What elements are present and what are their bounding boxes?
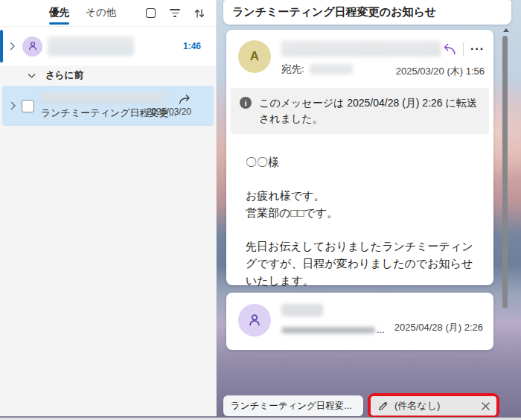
scrollbar-up-arrow-icon[interactable] [503, 28, 509, 32]
redacted-recipient [310, 64, 353, 74]
message-card: A 宛先: ··· 2025/03 [226, 30, 493, 285]
divider [463, 42, 464, 56]
message-time: 1:46 [183, 41, 201, 51]
selection-indicator [0, 30, 3, 63]
conversation-row-old[interactable]: ランチミーティング日程変更... 2025/03/20 [2, 86, 214, 126]
pencil-icon [377, 401, 389, 412]
sent-datetime: 2025/03/20 (木) 1:56 [396, 65, 485, 78]
draft-tab-lunch-meeting[interactable]: ランチミーティング日程変... [223, 395, 363, 416]
forwarded-info-banner: i このメッセージは 2025/04/28 (月) 2:26 に転送されました。 [231, 88, 489, 134]
expand-chevron-icon[interactable] [10, 101, 16, 110]
info-icon: i [240, 97, 252, 109]
forwarded-arrow-icon [179, 95, 191, 104]
sort-icon[interactable] [194, 7, 205, 19]
redacted-sender-name [281, 304, 323, 316]
more-options-icon[interactable]: ··· [470, 44, 485, 54]
draft-tab-label: ランチミーティング日程変... [231, 400, 352, 413]
sender-avatar-person-icon [238, 304, 271, 337]
reply-icon[interactable] [441, 43, 456, 55]
filter-icon[interactable] [169, 7, 181, 19]
forwarded-info-text: このメッセージは 2025/04/28 (月) 2:26 に転送されました。 [259, 95, 480, 127]
message-list-header: 優先 その他 [0, 0, 216, 27]
redacted-sender-name [281, 40, 441, 57]
preview-ellipsis: ... [377, 326, 385, 334]
body-paragraph: 先日お伝えしておりましたランチミーティングですが、日程が変わりましたのでお知らせ… [246, 238, 474, 289]
reading-pane-title-bar: ランチミーティング日程変更のお知らせ [223, 0, 511, 25]
tab-other[interactable]: その他 [86, 0, 116, 27]
outlook-window: 優先 その他 [0, 0, 521, 420]
close-icon[interactable] [482, 402, 490, 410]
to-label: 宛先: [281, 63, 304, 76]
scrollbar-thumb[interactable] [502, 36, 508, 308]
draft-tab-no-subject[interactable]: (件名なし) [371, 396, 496, 416]
subject-title: ランチミーティング日程変更のお知らせ [232, 5, 436, 19]
reading-pane: ランチミーティング日程変更のお知らせ A 宛先: [217, 0, 521, 420]
draft-tab-label: (件名なし) [394, 399, 476, 413]
annotation-red-highlight: (件名なし) [368, 393, 499, 419]
body-line: 営業部の□□です。 [246, 204, 474, 221]
redacted-sender-name [48, 36, 134, 56]
message-subject: ランチミーティング日程変更... [41, 106, 147, 120]
message-date: 2025/03/20 [147, 106, 191, 117]
expand-chevron-icon[interactable] [10, 42, 16, 51]
sender-avatar-initial: A [238, 40, 271, 73]
select-messages-icon[interactable] [144, 7, 156, 19]
sender-avatar-person-icon [22, 36, 42, 57]
message-body: 〇〇様 お疲れ様です。 営業部の□□です。 先日お伝えしておりましたランチミーテ… [226, 134, 493, 289]
body-line: お疲れ様です。 [246, 187, 474, 204]
redacted-preview-text [281, 327, 375, 334]
body-greeting: 〇〇様 [246, 153, 474, 171]
collapsed-message-datetime: 2025/04/28 (月) 2:26 [394, 321, 483, 334]
message-checkbox[interactable] [22, 100, 34, 112]
window-bottom-edge [0, 417, 521, 420]
reading-pane-scrollbar[interactable] [502, 28, 509, 395]
group-header-label: さらに前 [45, 69, 83, 82]
collapse-chevron-icon [28, 73, 36, 79]
message-list-pane: 優先 その他 [0, 0, 217, 416]
group-header-earlier[interactable]: さらに前 [0, 66, 216, 86]
redacted-sender-name [41, 92, 166, 104]
empty-list-area [0, 126, 216, 416]
tab-focused[interactable]: 優先 [49, 0, 69, 27]
collapsed-message-card[interactable]: ... 2025/04/28 (月) 2:26 [226, 293, 493, 350]
conversation-row-recent[interactable]: 1:46 [0, 27, 216, 66]
